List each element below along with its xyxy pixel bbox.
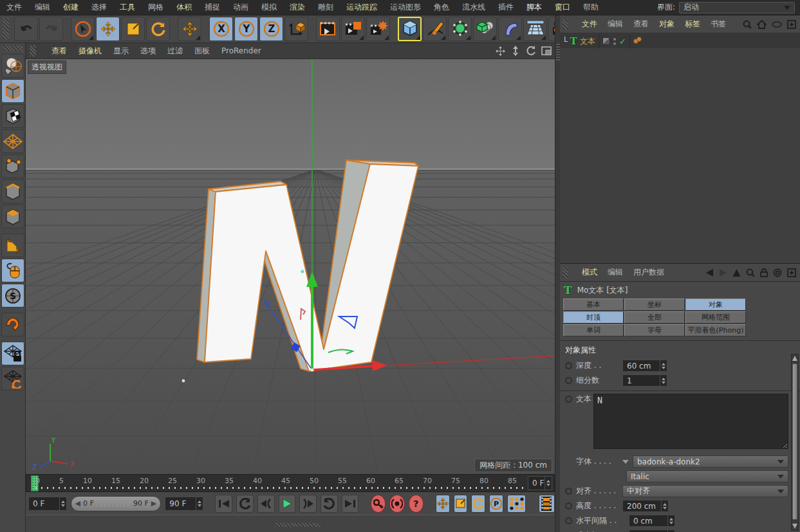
edges-mode-button[interactable] xyxy=(1,179,24,203)
enable-axis-button[interactable] xyxy=(1,234,24,257)
goto-start-button[interactable] xyxy=(215,495,232,513)
object-manager-drag-handle[interactable] xyxy=(563,19,568,30)
add-primitive-cube-button[interactable] xyxy=(398,17,422,41)
open-timeline-button[interactable] xyxy=(539,495,555,513)
viewport-toggle-layout-icon[interactable] xyxy=(541,45,552,57)
frame-spinner[interactable] xyxy=(544,477,552,490)
om-menu-edit[interactable]: 编辑 xyxy=(608,19,623,30)
toolbar-drag-handle[interactable] xyxy=(3,18,9,40)
status-bar-handle[interactable] xyxy=(275,523,321,527)
menu-render[interactable]: 渲染 xyxy=(290,2,305,13)
record-keyframe-button[interactable] xyxy=(371,495,386,513)
lock-workplane-button[interactable] xyxy=(1,342,24,365)
points-mode-button[interactable] xyxy=(1,154,24,178)
viewport-menu-view[interactable]: 查看 xyxy=(51,46,67,57)
tweak-mode-button[interactable] xyxy=(1,259,24,282)
render-view-button[interactable] xyxy=(316,17,340,41)
workplane-align-button[interactable] xyxy=(1,367,24,390)
scroll-up-icon[interactable] xyxy=(792,354,798,362)
key-pla-toggle[interactable] xyxy=(507,495,525,513)
range-start-field[interactable]: 0 F xyxy=(28,497,67,511)
target-icon[interactable] xyxy=(773,268,782,277)
object-name[interactable]: 文本 xyxy=(580,36,595,47)
menu-file[interactable]: 文件 xyxy=(6,2,22,13)
text-input[interactable] xyxy=(593,394,788,449)
hgap-spinner[interactable] xyxy=(667,515,674,526)
panel-divider[interactable] xyxy=(555,15,560,532)
viewport-menu-panel[interactable]: 面板 xyxy=(194,46,210,57)
motext-object-icon[interactable]: T xyxy=(570,35,577,47)
anim-dot-hgap[interactable] xyxy=(565,517,572,524)
polygons-mode-button[interactable] xyxy=(1,205,24,228)
redo-button[interactable] xyxy=(39,17,63,41)
scroll-down-icon[interactable] xyxy=(792,522,798,530)
current-frame-field[interactable]: 0 F xyxy=(528,476,552,490)
gizmo-origin-handle[interactable] xyxy=(310,368,313,371)
attribute-scrollbar[interactable] xyxy=(791,354,799,531)
history-back-icon[interactable] xyxy=(705,269,714,277)
menu-animate[interactable]: 动画 xyxy=(233,2,248,13)
live-selection-tool[interactable] xyxy=(71,17,95,41)
menu-sculpt[interactable]: 雕刻 xyxy=(318,2,333,13)
menu-create[interactable]: 创建 xyxy=(63,2,79,13)
add-panel-icon[interactable] xyxy=(787,20,796,29)
tab-letters[interactable]: 字母 xyxy=(624,324,685,336)
menu-simulate[interactable]: 模拟 xyxy=(261,2,277,13)
coordinate-system-button[interactable] xyxy=(284,17,308,41)
tab-basic[interactable]: 基本 xyxy=(563,298,624,311)
home-icon[interactable] xyxy=(757,20,767,29)
am-menu-edit[interactable]: 编辑 xyxy=(608,267,623,278)
am-menu-mode[interactable]: 模式 xyxy=(582,267,597,278)
menu-plugins[interactable]: 插件 xyxy=(498,2,514,13)
key-rotation-toggle[interactable] xyxy=(471,495,485,513)
interface-layout-select[interactable]: 启动 xyxy=(679,2,795,14)
search-icon[interactable] xyxy=(743,20,752,29)
anim-dot-depth[interactable] xyxy=(565,362,572,369)
visibility-dots[interactable] xyxy=(613,38,616,45)
om-menu-view[interactable]: 查看 xyxy=(633,19,649,30)
tab-words[interactable]: 单词 xyxy=(563,324,624,336)
font-expand-icon[interactable] xyxy=(622,460,629,464)
enabled-check-icon[interactable]: ✓ xyxy=(619,37,626,46)
render-settings-button[interactable] xyxy=(366,17,390,41)
vgap-field[interactable]: 0 cm xyxy=(629,529,675,532)
range-right-arrow-icon[interactable]: ▶ xyxy=(151,499,156,508)
anim-dot-subdiv[interactable] xyxy=(565,377,572,384)
lock-y-axis-button[interactable]: Y xyxy=(234,17,258,41)
range-left-arrow-icon[interactable]: ◀ xyxy=(75,499,80,508)
make-editable-button[interactable] xyxy=(1,54,24,78)
scale-tool[interactable] xyxy=(121,17,145,41)
viewport-menu-camera[interactable]: 摄像机 xyxy=(79,46,102,57)
lock-x-axis-button[interactable]: X xyxy=(209,17,233,41)
height-field[interactable]: 200 cm xyxy=(622,500,669,512)
menu-select[interactable]: 选择 xyxy=(91,2,107,13)
depth-spinner[interactable] xyxy=(660,360,667,371)
scrollbar-thumb[interactable] xyxy=(792,363,797,520)
menu-script[interactable]: 脚本 xyxy=(526,2,542,13)
tab-falloff[interactable]: 网格范围 xyxy=(685,311,746,324)
add-generator-button[interactable] xyxy=(448,17,472,41)
next-key-button[interactable] xyxy=(321,495,338,513)
model-mode-button[interactable] xyxy=(1,79,24,103)
menu-help[interactable]: 帮助 xyxy=(583,2,599,13)
mode-toolbar-drag-handle[interactable] xyxy=(3,46,23,51)
menu-mesh[interactable]: 网格 xyxy=(148,2,163,13)
anim-dot-align[interactable] xyxy=(565,488,572,495)
anim-dot-text[interactable] xyxy=(565,396,572,403)
add-deformer-button[interactable] xyxy=(498,17,522,41)
om-menu-objects[interactable]: 对象 xyxy=(659,19,674,30)
menu-mograph[interactable]: 运动图形 xyxy=(390,2,421,13)
last-used-tool[interactable] xyxy=(178,17,201,41)
subdiv-field[interactable]: 1 xyxy=(622,374,667,387)
workplane-mode-button[interactable] xyxy=(1,129,24,153)
lock-z-axis-button[interactable]: Z xyxy=(259,17,283,41)
key-parameter-toggle[interactable]: P xyxy=(489,495,503,513)
next-frame-button[interactable] xyxy=(299,495,317,513)
undo-button[interactable] xyxy=(14,17,38,41)
align-select[interactable]: 中对齐 xyxy=(622,485,788,497)
tab-phong[interactable]: 平滑着色(Phong) xyxy=(685,324,746,336)
anim-dot-height[interactable] xyxy=(565,502,572,509)
keyframe-selection-button[interactable]: ? xyxy=(409,495,423,513)
move-tool[interactable] xyxy=(96,17,120,41)
layer-color-swatch[interactable] xyxy=(602,37,610,45)
